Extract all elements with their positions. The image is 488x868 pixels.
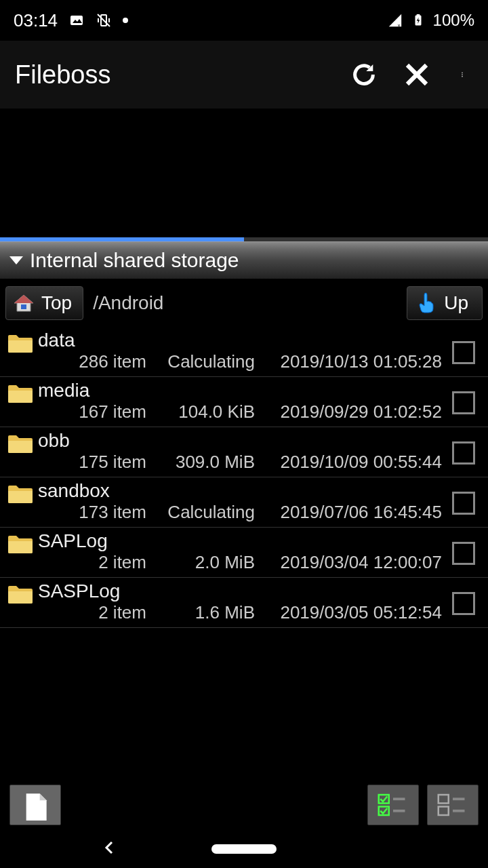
up-button[interactable]: Up xyxy=(407,286,483,320)
file-size: 309.0 MiB xyxy=(146,452,255,473)
overflow-menu-button[interactable] xyxy=(455,60,469,89)
top-button[interactable]: Top xyxy=(5,286,83,320)
file-date: 2019/07/06 16:45:45 xyxy=(255,502,446,523)
file-meta: 167 item104.0 KiB2019/09/29 01:02:52 xyxy=(38,401,446,425)
chevron-down-icon xyxy=(9,256,23,264)
file-checkbox[interactable] xyxy=(452,542,475,565)
battery-percentage: 100% xyxy=(433,11,474,30)
folder-icon xyxy=(7,382,34,404)
current-path[interactable]: /Android xyxy=(90,292,400,314)
chevron-left-icon xyxy=(102,840,118,856)
deselect-all-icon xyxy=(436,792,470,818)
file-meta: 175 item309.0 MiB2019/10/09 00:55:44 xyxy=(38,452,446,475)
deselect-all-button[interactable] xyxy=(427,785,479,825)
svg-rect-22 xyxy=(379,807,389,816)
file-item-count: 167 item xyxy=(38,401,146,422)
file-size: 1.6 MiB xyxy=(146,602,255,623)
android-nav-bar xyxy=(0,830,488,868)
file-size: 104.0 KiB xyxy=(146,401,255,422)
file-name: SAPLog xyxy=(38,530,446,552)
file-icon xyxy=(22,789,49,821)
file-checkbox[interactable] xyxy=(452,492,475,515)
file-name: sandbox xyxy=(38,480,446,502)
ad-space xyxy=(0,108,488,237)
app-bar: Fileboss xyxy=(0,41,488,108)
image-icon xyxy=(68,12,85,28)
select-all-button[interactable] xyxy=(367,785,419,825)
file-name: media xyxy=(38,380,446,401)
file-item-count: 173 item xyxy=(38,502,146,523)
battery-charging-icon xyxy=(410,12,426,28)
more-vert-icon xyxy=(460,62,465,87)
notification-dot-icon xyxy=(123,18,128,23)
signal-icon: x xyxy=(387,12,403,28)
select-all-icon xyxy=(376,792,410,818)
storage-section-header[interactable]: Internal shared storage xyxy=(0,241,488,279)
refresh-icon xyxy=(350,61,378,88)
svg-point-15 xyxy=(462,76,463,77)
file-checkbox[interactable] xyxy=(452,592,475,615)
file-list: data286 itemCalculating2019/10/13 01:05:… xyxy=(0,327,488,628)
progress-bar xyxy=(0,237,488,241)
svg-point-13 xyxy=(462,73,463,74)
file-name: obb xyxy=(38,430,446,452)
file-row[interactable]: SAPLog2 item2.0 MiB2019/03/04 12:00:07 xyxy=(0,528,488,578)
svg-line-5 xyxy=(98,14,110,26)
file-row[interactable]: media167 item104.0 KiB2019/09/29 01:02:5… xyxy=(0,377,488,427)
path-bar: Top /Android Up xyxy=(0,279,488,327)
home-gesture-pill[interactable] xyxy=(211,844,277,854)
back-button[interactable] xyxy=(102,840,118,859)
svg-text:x: x xyxy=(397,22,400,28)
svg-rect-21 xyxy=(379,795,389,804)
bottom-toolbar xyxy=(0,780,488,830)
file-meta: 2 item2.0 MiB2019/03/04 12:00:07 xyxy=(38,552,446,576)
file-item-count: 286 item xyxy=(38,351,146,372)
folder-icon xyxy=(7,583,34,605)
top-label: Top xyxy=(41,292,72,314)
close-button[interactable] xyxy=(403,60,431,89)
file-date: 2019/03/05 05:12:54 xyxy=(255,602,446,623)
new-file-button[interactable] xyxy=(9,785,61,825)
file-item-count: 2 item xyxy=(38,602,146,623)
folder-icon xyxy=(7,433,34,454)
file-size: 2.0 MiB xyxy=(146,552,255,573)
up-label: Up xyxy=(444,292,468,314)
file-name: SASPLog xyxy=(38,580,446,602)
app-title: Fileboss xyxy=(15,60,350,90)
svg-marker-17 xyxy=(14,295,33,303)
svg-point-14 xyxy=(462,74,463,75)
status-time: 03:14 xyxy=(14,10,58,31)
svg-marker-20 xyxy=(40,793,47,800)
file-meta: 286 itemCalculating2019/10/13 01:05:28 xyxy=(38,351,446,375)
close-icon xyxy=(403,60,431,89)
file-row[interactable]: obb175 item309.0 MiB2019/10/09 00:55:44 xyxy=(0,427,488,477)
file-meta: 2 item1.6 MiB2019/03/05 05:12:54 xyxy=(38,602,446,626)
folder-icon xyxy=(7,332,34,354)
file-row[interactable]: sandbox173 itemCalculating2019/07/06 16:… xyxy=(0,477,488,528)
section-title: Internal shared storage xyxy=(30,249,239,272)
file-date: 2019/10/13 01:05:28 xyxy=(255,351,446,372)
file-row[interactable]: data286 itemCalculating2019/10/13 01:05:… xyxy=(0,327,488,377)
svg-rect-18 xyxy=(21,304,26,309)
file-item-count: 2 item xyxy=(38,552,146,573)
file-item-count: 175 item xyxy=(38,452,146,473)
file-checkbox[interactable] xyxy=(452,391,475,414)
home-icon xyxy=(13,292,35,314)
refresh-button[interactable] xyxy=(350,60,378,89)
hand-pointer-icon xyxy=(417,292,434,314)
file-checkbox[interactable] xyxy=(452,341,475,364)
svg-rect-0 xyxy=(70,16,83,25)
file-date: 2019/10/09 00:55:44 xyxy=(255,452,446,473)
file-row[interactable]: SASPLog2 item1.6 MiB2019/03/05 05:12:54 xyxy=(0,578,488,628)
file-size: Calculating xyxy=(146,351,255,372)
svg-rect-25 xyxy=(439,795,449,804)
progress-fill xyxy=(0,237,244,241)
vibrate-off-icon xyxy=(96,12,112,28)
folder-icon xyxy=(7,483,34,505)
file-date: 2019/03/04 12:00:07 xyxy=(255,552,446,573)
status-bar: 03:14 x 100% xyxy=(0,0,488,41)
file-checkbox[interactable] xyxy=(452,441,475,465)
file-meta: 173 itemCalculating2019/07/06 16:45:45 xyxy=(38,502,446,526)
folder-icon xyxy=(7,533,34,555)
file-size: Calculating xyxy=(146,502,255,523)
